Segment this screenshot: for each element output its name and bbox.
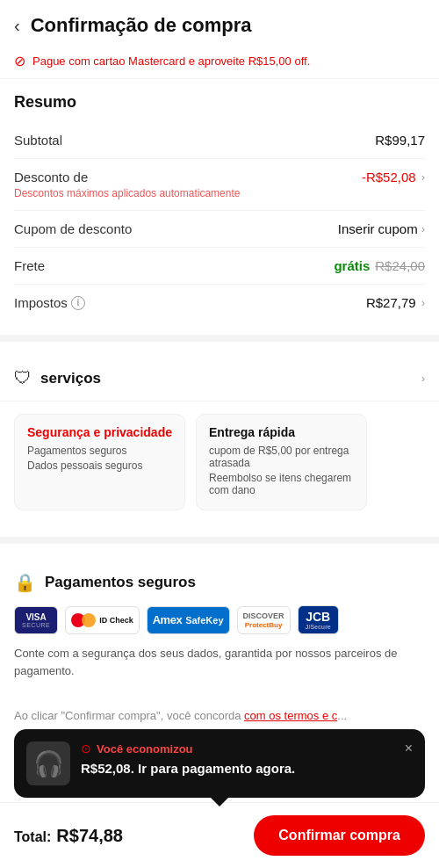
impostos-label-block: Impostos i: [14, 295, 85, 310]
visa-secure-text: SECURE: [22, 622, 50, 628]
divider-1: [0, 335, 439, 342]
frete-label: Frete: [14, 258, 45, 273]
header: ‹ Confirmação de compra: [0, 0, 439, 44]
security-card-title: Segurança e privacidade: [27, 425, 172, 439]
mastercard-badge: ID Check: [65, 606, 140, 634]
desconto-sub: Descontos máximos aplicados automaticame…: [14, 187, 240, 199]
services-chevron: ›: [421, 372, 425, 385]
impostos-right: R$27,79 ›: [366, 295, 425, 310]
safekey-label: SafeKey: [185, 615, 223, 626]
desconto-chevron: ›: [421, 170, 425, 184]
toast-product-image: 🎧: [26, 741, 70, 785]
toast-content: ⊙ Você economizou R$52,08. Ir para pagam…: [81, 741, 394, 778]
toast-body[interactable]: R$52,08. Ir para pagamento agora.: [81, 759, 394, 778]
jcb-icon: JCB: [306, 610, 330, 624]
payment-secure-icon: 🔒: [14, 572, 36, 593]
cupom-right: Inserir cupom ›: [338, 221, 425, 236]
total-value: R$74,88: [56, 826, 123, 846]
security-item-2: Dados pessoais seguros: [27, 459, 172, 472]
cupom-row[interactable]: Cupom de desconto Inserir cupom ›: [14, 211, 425, 248]
impostos-label: Impostos: [14, 295, 68, 310]
discover-icon: DISCOVER ProtectBuy: [243, 611, 284, 629]
terms-text: Ao clicar "Confirmar compra", você conco…: [14, 707, 425, 725]
desconto-row[interactable]: Desconto de Descontos máximos aplicados …: [14, 159, 425, 211]
desconto-right: -R$52,08 ›: [362, 170, 425, 184]
services-left: 🛡 serviços: [14, 368, 101, 388]
terms-before: Ao clicar "Confirmar compra", você conco…: [14, 709, 244, 722]
toast-body-text: Ir para pagamento agora.: [134, 761, 295, 776]
jsecure-label: J/Secure: [306, 624, 331, 630]
amex-badge: Amex SafeKey: [147, 606, 230, 634]
protectbuy-label: ProtectBuy: [245, 621, 283, 629]
payment-header: 🔒 Pagamentos seguros: [14, 572, 425, 593]
delivery-item-1: cupom de R$5,00 por entrega atrasada: [209, 445, 354, 469]
frete-right: grátis R$24,00: [334, 258, 425, 273]
idcheck-label: ID Check: [99, 616, 133, 625]
footer: Total: R$74,88 Confirmar compra: [0, 802, 439, 868]
payment-section: 🔒 Pagamentos seguros VISA SECURE ID Chec…: [0, 558, 439, 693]
total-block: Total: R$74,88: [14, 826, 123, 846]
back-button[interactable]: ‹: [14, 17, 20, 34]
frete-gratis: grátis: [334, 258, 370, 273]
service-card-delivery: Entrega rápida cupom de R$5,00 por entre…: [196, 414, 367, 510]
frete-old-price: R$24,00: [375, 258, 425, 273]
jcb-badge: JCB J/Secure: [298, 605, 339, 634]
toast-close-button[interactable]: ×: [405, 741, 413, 756]
terms-after: ...: [337, 709, 347, 722]
desconto-value: -R$52,08: [362, 170, 416, 184]
toast: 🎧 ⊙ Você economizou R$52,08. Ir para pag…: [14, 729, 425, 798]
frete-row: Frete grátis R$24,00: [14, 248, 425, 285]
mastercard-icon: [71, 612, 96, 628]
toast-highlight: R$52,08.: [81, 761, 134, 776]
toast-alert-icon: ⊙: [81, 741, 91, 756]
delivery-card-title: Entrega rápida: [209, 425, 354, 439]
security-item-1: Pagamentos seguros: [27, 445, 172, 457]
toast-header: ⊙ Você economizou: [81, 741, 394, 756]
visa-label: VISA: [25, 612, 46, 622]
amex-icon: Amex: [153, 613, 182, 626]
impostos-info-icon[interactable]: i: [71, 296, 85, 310]
shield-icon: 🛡: [14, 368, 32, 388]
cupom-chevron: ›: [421, 222, 425, 235]
promo-banner: ⊘ Pague com cartao Mastercard e aproveit…: [0, 44, 439, 79]
delivery-item-2: Reembolso se itens chegarem com dano: [209, 472, 354, 496]
mc-yellow-circle: [82, 613, 96, 627]
impostos-chevron: ›: [421, 296, 425, 309]
inserir-cupom-text: Inserir cupom: [338, 221, 418, 236]
headphone-icon: 🎧: [33, 749, 64, 778]
payment-logos: VISA SECURE ID Check Amex SafeKey DISCOV…: [14, 605, 425, 634]
resumo-section: Resumo Subtotal R$99,17 Desconto de Desc…: [0, 79, 439, 321]
total-label: Total:: [14, 829, 51, 845]
desconto-label: Desconto de: [14, 170, 240, 184]
services-section: 🛡 serviços › Segurança e privacidade Pag…: [0, 356, 439, 523]
services-header[interactable]: 🛡 serviços ›: [0, 356, 439, 401]
service-cards: Segurança e privacidade Pagamentos segur…: [0, 401, 439, 523]
impostos-value: R$27,79: [366, 295, 416, 310]
resumo-title: Resumo: [14, 93, 425, 112]
divider-2: [0, 537, 439, 544]
promo-text: Pague com cartao Mastercard e aproveite …: [32, 54, 310, 68]
services-title: serviços: [40, 370, 101, 387]
service-card-security: Segurança e privacidade Pagamentos segur…: [14, 414, 185, 510]
terms-link[interactable]: com os termos e c: [244, 709, 337, 722]
payment-description: Conte com a segurança dos seus dados, ga…: [14, 645, 425, 693]
subtotal-label: Subtotal: [14, 133, 62, 148]
discover-badge: DISCOVER ProtectBuy: [237, 606, 291, 634]
subtotal-value: R$99,17: [375, 133, 425, 148]
impostos-row[interactable]: Impostos i R$27,79 ›: [14, 285, 425, 321]
promo-icon: ⊘: [14, 53, 25, 69]
toast-arrow: [211, 798, 228, 807]
confirm-button[interactable]: Confirmar compra: [254, 815, 425, 856]
page-title: Confirmação de compra: [31, 14, 252, 37]
subtotal-row: Subtotal R$99,17: [14, 122, 425, 159]
cupom-label: Cupom de desconto: [14, 221, 132, 236]
desconto-label-block: Desconto de Descontos máximos aplicados …: [14, 170, 240, 199]
payment-title: Pagamentos seguros: [45, 574, 196, 591]
toast-title: Você economizou: [97, 742, 193, 756]
visa-badge: VISA SECURE: [14, 606, 58, 634]
